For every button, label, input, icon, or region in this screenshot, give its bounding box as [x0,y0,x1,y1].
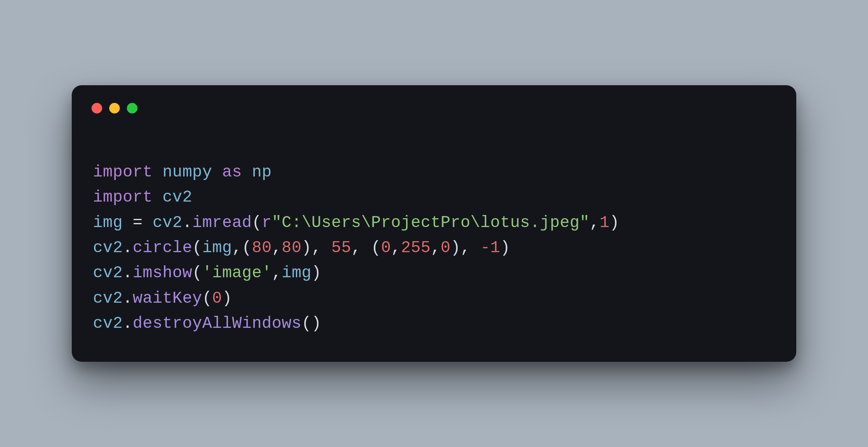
string-image: 'image' [202,264,272,282]
rparen: ) [222,289,232,308]
number-80: 80 [282,239,301,257]
stage: import numpy as np import cv2 img = cv2.… [0,0,868,447]
code-line-7: cv2.destroyAllWindows() [93,314,321,333]
number-0: 0 [441,239,451,257]
arg-img: img [202,239,232,257]
window-titlebar [72,85,796,124]
lparen: ( [192,239,202,257]
traffic-light-zoom-icon[interactable] [127,103,137,114]
rparen: ) [610,214,620,232]
module-cv2: cv2 [93,314,123,333]
module-cv2: cv2 [163,188,192,207]
punc: ), [301,239,331,257]
keyword-as: as [222,163,242,181]
lparen: ( [301,314,311,333]
module-cv2: cv2 [93,264,123,282]
string-path: "C:\Users\ProjectPro\lotus.jpeg" [272,214,590,232]
keyword-import: import [93,188,153,207]
number-neg1: -1 [480,239,500,257]
number-55: 55 [332,239,351,257]
code-block: import numpy as np import cv2 img = cv2.… [72,124,796,336]
module-cv2: cv2 [93,289,123,308]
dot: . [123,289,133,308]
punc: ,( [232,239,252,257]
func-waitkey: waitKey [133,289,202,308]
arg-img: img [282,264,311,282]
comma: , [391,239,401,257]
dot: . [123,239,133,257]
func-destroyallwindows: destroyAllWindows [133,314,301,333]
keyword-import: import [93,163,153,181]
func-imread: imread [192,214,252,232]
lparen: ( [192,264,202,282]
rparen: ) [311,264,321,282]
number-0: 0 [381,239,391,257]
traffic-light-minimize-icon[interactable] [109,103,120,114]
number-255: 255 [401,239,430,257]
code-window: import numpy as np import cv2 img = cv2.… [72,85,796,362]
var-img: img [93,214,123,232]
comma: , [272,239,282,257]
number-0: 0 [212,289,222,308]
module-cv2: cv2 [153,214,182,232]
comma: , [272,264,282,282]
comma: , [431,239,441,257]
code-line-6: cv2.waitKey(0) [93,289,232,308]
func-circle: circle [133,239,192,257]
number-80: 80 [252,239,272,257]
code-line-2: import cv2 [93,188,192,207]
module-numpy: numpy [163,163,212,181]
rparen: ) [311,314,321,333]
traffic-light-close-icon[interactable] [92,103,102,114]
module-cv2: cv2 [93,239,123,257]
code-line-4: cv2.circle(img,(80,80), 55, (0,255,0), -… [93,239,510,257]
code-line-1: import numpy as np [93,163,272,181]
comma: , [590,214,599,232]
dot: . [182,214,192,232]
code-line-5: cv2.imshow('image',img) [93,264,321,282]
rparen: ) [500,239,510,257]
func-imshow: imshow [133,264,192,282]
lparen: ( [202,289,212,308]
alias-np: np [252,163,272,181]
operator-eq: = [123,214,152,232]
lparen: ( [252,214,262,232]
punc: , ( [351,239,381,257]
code-line-3: img = cv2.imread(r"C:\Users\ProjectPro\l… [93,214,620,232]
dot: . [123,264,133,282]
punc: ), [451,239,480,257]
number-1: 1 [599,214,609,232]
dot: . [123,314,133,333]
string-prefix-r: r [262,214,272,232]
